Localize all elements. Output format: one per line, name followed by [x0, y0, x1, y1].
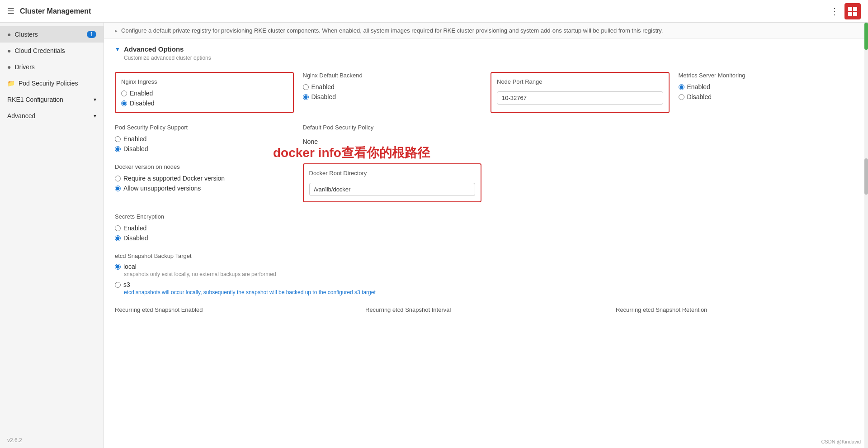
psp-disabled-text: Disabled [123, 145, 148, 153]
recurring-snapshot-retention-label: Recurring etcd Snapshot Retention [616, 306, 857, 313]
nginx-default-backend-group: Nginx Default Backend Enabled Disabled [303, 72, 482, 113]
nginx-default-backend-disabled-option[interactable]: Disabled [303, 93, 482, 100]
secrets-encryption-enabled-option[interactable]: Enabled [115, 224, 294, 232]
advanced-options-section: ▼ Advanced Options Customize advanced cl… [104, 39, 868, 331]
docker-require-radio[interactable] [115, 176, 121, 181]
docker-version-label: Docker version on nodes [115, 163, 294, 170]
recurring-snapshot-interval-label: Recurring etcd Snapshot Interval [365, 306, 607, 313]
secrets-encryption-enabled-text: Enabled [123, 224, 146, 232]
etcd-s3-description: etcd snapshots will occur locally, subse… [115, 289, 857, 295]
nginx-ingress-enabled-text: Enabled [130, 90, 153, 97]
metrics-server-label: Metrics Server Monitoring [679, 72, 858, 79]
brand-logo [844, 3, 861, 19]
app-title: Cluster Management [20, 7, 91, 15]
psp-disabled-option[interactable]: Disabled [115, 145, 294, 153]
nginx-default-backend-enabled-radio[interactable] [303, 84, 309, 90]
etcd-s3-radio[interactable] [115, 282, 121, 288]
top-bar: ☰ Cluster Management ⋮ [0, 0, 868, 23]
svg-rect-3 [853, 12, 857, 16]
secrets-encryption-disabled-option[interactable]: Disabled [115, 234, 294, 242]
nginx-ingress-disabled-option[interactable]: Disabled [121, 100, 288, 107]
cloud-credentials-icon: ● [7, 47, 11, 54]
docker-root-directory-label: Docker Root Directory [309, 170, 476, 176]
recurring-snapshot-row: Recurring etcd Snapshot Enabled Recurrin… [115, 301, 857, 320]
sidebar-item-rke1-configuration[interactable]: RKE1 Configuration ▾ [0, 91, 104, 108]
metrics-server-enabled-option[interactable]: Enabled [679, 83, 858, 91]
notice-text: Configure a default private registry for… [121, 27, 663, 34]
annotation-text: docker info查看你的根路径 [273, 144, 430, 162]
sidebar-label-rke1-configuration: RKE1 Configuration [7, 96, 63, 103]
docker-require-option[interactable]: Require a supported Docker version [115, 175, 294, 182]
etcd-local-option-container: local snapshots only exist locally, no e… [115, 263, 857, 277]
nginx-default-backend-disabled-radio[interactable] [303, 94, 309, 100]
sidebar-item-pod-security-policies[interactable]: 📁 Pod Security Policies [0, 75, 104, 91]
metrics-server-disabled-text: Disabled [687, 93, 712, 100]
docker-require-text: Require a supported Docker version [123, 175, 225, 182]
sidebar-item-clusters[interactable]: ● Clusters 1 [0, 26, 104, 43]
etcd-s3-option-container: s3 etcd snapshots will occur locally, su… [115, 281, 857, 295]
etcd-local-option[interactable]: local [115, 263, 857, 270]
docker-allow-option[interactable]: Allow unsupported versions [115, 185, 294, 192]
psp-disabled-radio[interactable] [115, 146, 121, 152]
nginx-ingress-enabled-radio[interactable] [121, 91, 127, 96]
node-port-range-input[interactable] [497, 91, 663, 105]
options-row-2: Pod Security Policy Support Enabled Disa… [115, 119, 857, 158]
secrets-encryption-enabled-radio[interactable] [115, 225, 121, 231]
advanced-options-header[interactable]: ▼ Advanced Options [115, 39, 857, 55]
nginx-default-backend-disabled-text: Disabled [311, 93, 336, 100]
options-row-4: Secrets Encryption Enabled Disabled [115, 208, 857, 247]
nginx-default-backend-enabled-text: Enabled [311, 83, 335, 91]
etcd-s3-option[interactable]: s3 [115, 281, 857, 288]
node-port-range-group: Node Port Range [491, 72, 670, 113]
svg-rect-1 [853, 7, 857, 11]
metrics-server-group: Metrics Server Monitoring Enabled Disabl… [679, 72, 858, 113]
docker-allow-text: Allow unsupported versions [123, 185, 201, 192]
nginx-ingress-group: Nginx Ingress Enabled Disabled [115, 72, 294, 113]
nginx-default-backend-enabled-option[interactable]: Enabled [303, 83, 482, 91]
nginx-ingress-enabled-option[interactable]: Enabled [121, 90, 288, 97]
etcd-local-radio[interactable] [115, 264, 121, 270]
etcd-snapshot-group: etcd Snapshot Backup Target local snapsh… [115, 247, 857, 301]
node-port-range-label: Node Port Range [497, 78, 663, 85]
clusters-icon: ● [7, 31, 11, 38]
docker-root-directory-input[interactable] [309, 183, 476, 196]
notice-arrow-icon: ▸ [115, 28, 118, 34]
collapse-triangle-icon: ▼ [115, 46, 120, 52]
sidebar: ● Clusters 1 ● Cloud Credentials ● Drive… [0, 23, 104, 448]
advanced-options-subtitle: Customize advanced cluster options [115, 55, 857, 67]
psp-enabled-radio[interactable] [115, 136, 121, 142]
psp-enabled-text: Enabled [123, 135, 146, 143]
metrics-server-enabled-radio[interactable] [679, 84, 684, 90]
pod-security-policy-support-group: Pod Security Policy Support Enabled Disa… [115, 124, 294, 153]
docker-version-group: Docker version on nodes Require a suppor… [115, 163, 294, 202]
sidebar-label-advanced: Advanced [7, 112, 35, 119]
metrics-server-disabled-option[interactable]: Disabled [679, 93, 858, 100]
secrets-encryption-label: Secrets Encryption [115, 213, 294, 220]
clusters-badge: 1 [87, 31, 96, 38]
docker-allow-radio[interactable] [115, 186, 121, 191]
main-content: ▸ Configure a default private registry f… [104, 23, 868, 448]
metrics-server-disabled-radio[interactable] [679, 94, 684, 100]
sidebar-item-drivers[interactable]: ● Drivers [0, 59, 104, 75]
scrollbar-track[interactable] [864, 23, 868, 448]
docker-root-directory-group: Docker Root Directory [303, 163, 482, 202]
menu-icon[interactable]: ☰ [7, 6, 14, 16]
csdn-watermark: CSDN @Kindavid [821, 439, 861, 444]
secrets-encryption-disabled-radio[interactable] [115, 235, 121, 241]
sidebar-item-cloud-credentials[interactable]: ● Cloud Credentials [0, 43, 104, 59]
pod-security-policy-support-label: Pod Security Policy Support [115, 124, 294, 131]
psp-enabled-option[interactable]: Enabled [115, 135, 294, 143]
sidebar-item-advanced[interactable]: Advanced ▾ [0, 108, 104, 124]
etcd-s3-text: s3 [123, 281, 130, 288]
top-bar-left: ☰ Cluster Management [7, 6, 91, 16]
secrets-encryption-disabled-text: Disabled [123, 234, 148, 242]
etcd-snapshot-label: etcd Snapshot Backup Target [115, 253, 857, 259]
options-row-1: Nginx Ingress Enabled Disabled Nginx Def… [115, 67, 857, 119]
svg-rect-2 [848, 12, 852, 16]
top-bar-right: ⋮ [830, 3, 861, 19]
nginx-ingress-disabled-radio[interactable] [121, 100, 127, 106]
etcd-local-text: local [123, 263, 137, 270]
chevron-down-icon: ▾ [94, 96, 96, 103]
more-options-icon[interactable]: ⋮ [830, 6, 839, 17]
etcd-local-description: snapshots only exist locally, no externa… [115, 271, 857, 277]
